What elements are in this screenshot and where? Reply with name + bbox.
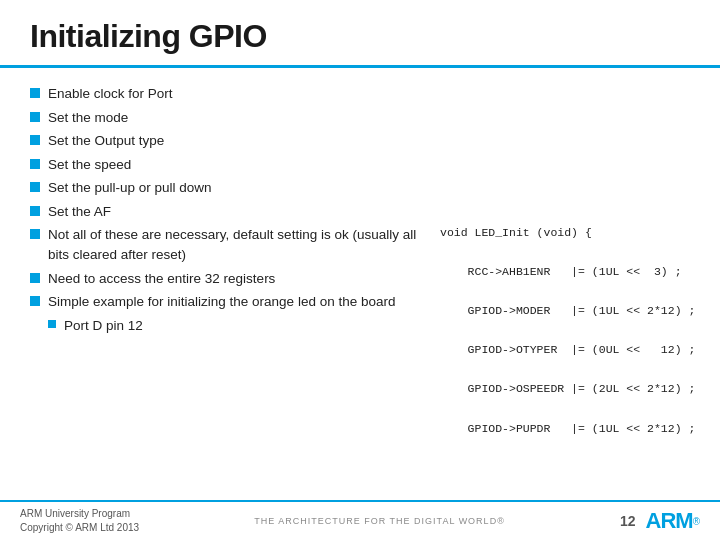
footer-tagline: THE ARCHITECTURE FOR THE DIGITAL WORLD® xyxy=(254,516,504,526)
slide: Initializing GPIO Enable clock for PortS… xyxy=(0,0,720,540)
list-item: Set the AF xyxy=(30,202,420,222)
code-line xyxy=(440,282,695,302)
list-item: Set the speed xyxy=(30,155,420,175)
arm-logo-sup: ® xyxy=(693,516,700,527)
code-area: void LED_Init (void) { RCC->AHB1ENR |= (… xyxy=(420,84,695,438)
code-line: void LED_Init (void) { xyxy=(440,223,695,243)
list-item: Port D pin 12 xyxy=(30,316,420,336)
arm-logo-text: ARM xyxy=(646,508,693,534)
bullet-icon xyxy=(30,296,40,306)
list-item-text: Enable clock for Port xyxy=(48,84,173,104)
bullet-icon xyxy=(48,320,56,328)
list-item: Need to access the entire 32 registers xyxy=(30,269,420,289)
footer-program: ARM University Program xyxy=(20,507,139,521)
list-item: Simple example for initializing the oran… xyxy=(30,292,420,312)
code-block: void LED_Init (void) { RCC->AHB1ENR |= (… xyxy=(440,184,695,438)
list-item: Set the mode xyxy=(30,108,420,128)
arm-logo: ARM® xyxy=(646,508,700,534)
bullet-icon xyxy=(30,88,40,98)
list-item-text: Set the speed xyxy=(48,155,131,175)
bullet-icon xyxy=(30,112,40,122)
footer-left: ARM University Program Copyright © ARM L… xyxy=(20,507,139,535)
code-line xyxy=(440,360,695,380)
list-item-text: Port D pin 12 xyxy=(64,316,143,336)
list-item-text: Set the Output type xyxy=(48,131,164,151)
list-item: Enable clock for Port xyxy=(30,84,420,104)
page-number: 12 xyxy=(620,513,636,529)
list-item-text: Set the AF xyxy=(48,202,111,222)
content-area: Enable clock for PortSet the modeSet the… xyxy=(0,74,720,438)
list-item: Set the pull-up or pull down xyxy=(30,178,420,198)
list-item-text: Not all of these are necessary, default … xyxy=(48,225,420,264)
code-line xyxy=(440,399,695,419)
bullet-icon xyxy=(30,159,40,169)
code-line: GPIOD->PUPDR |= (1UL << 2*12) ; xyxy=(440,419,695,439)
list-item-text: Set the mode xyxy=(48,108,128,128)
bullet-icon xyxy=(30,182,40,192)
footer-copyright: Copyright © ARM Ltd 2013 xyxy=(20,521,139,535)
code-line xyxy=(440,243,695,263)
bullet-list: Enable clock for PortSet the modeSet the… xyxy=(30,84,420,438)
code-line: GPIOD->OSPEEDR |= (2UL << 2*12) ; xyxy=(440,379,695,399)
list-item-text: Set the pull-up or pull down xyxy=(48,178,212,198)
bullet-icon xyxy=(30,273,40,283)
footer: ARM University Program Copyright © ARM L… xyxy=(0,500,720,540)
list-item: Set the Output type xyxy=(30,131,420,151)
bullet-icon xyxy=(30,206,40,216)
list-item: Not all of these are necessary, default … xyxy=(30,225,420,264)
page-title: Initializing GPIO xyxy=(30,18,690,55)
title-area: Initializing GPIO xyxy=(0,0,720,68)
bullet-icon xyxy=(30,229,40,239)
code-line: RCC->AHB1ENR |= (1UL << 3) ; xyxy=(440,262,695,282)
list-item-text: Need to access the entire 32 registers xyxy=(48,269,275,289)
bullet-icon xyxy=(30,135,40,145)
list-item-text: Simple example for initializing the oran… xyxy=(48,292,395,312)
code-line: GPIOD->OTYPER |= (0UL << 12) ; xyxy=(440,340,695,360)
code-line: GPIOD->MODER |= (1UL << 2*12) ; xyxy=(440,301,695,321)
code-line xyxy=(440,321,695,341)
footer-right: 12 ARM® xyxy=(620,508,700,534)
